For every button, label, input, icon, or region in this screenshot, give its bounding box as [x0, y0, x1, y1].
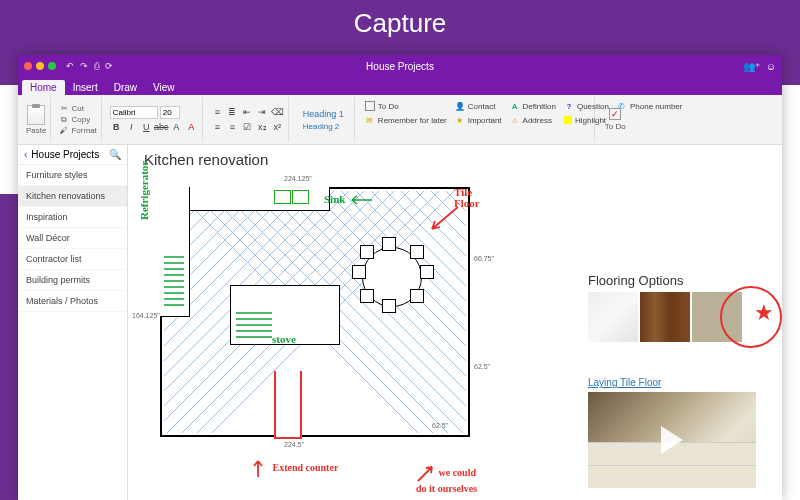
print-icon[interactable]: ⎙ [94, 61, 99, 71]
page-canvas[interactable]: Kitchen renovation 224.125" 164.125" 66.… [128, 145, 782, 500]
annotation-extend: Extend counter [248, 459, 338, 479]
todo-checkbox-icon[interactable]: ✓ [609, 108, 621, 120]
home-icon: ⌂ [510, 115, 520, 125]
redo-icon[interactable]: ↷ [80, 61, 88, 71]
minimize-icon[interactable] [36, 62, 44, 70]
annotation-refrigerator: Refrigerator [138, 161, 150, 220]
checkbox-icon [365, 101, 375, 111]
scissors-icon: ✂ [59, 104, 69, 114]
underline-button[interactable]: U [140, 121, 153, 134]
format-painter-button[interactable]: 🖌Format [59, 126, 96, 136]
highlight-icon [564, 116, 572, 124]
indent-button[interactable]: ⇥ [256, 106, 269, 119]
bold-button[interactable]: B [110, 121, 123, 134]
clear-format-button[interactable]: ⌫ [271, 106, 284, 119]
tag-important[interactable]: ★Important [455, 113, 502, 127]
paste-icon[interactable] [27, 105, 45, 125]
back-icon[interactable]: ‹ [24, 149, 27, 160]
dim-top: 224.125" [284, 175, 312, 182]
tab-view[interactable]: View [145, 80, 183, 95]
play-icon[interactable] [661, 426, 683, 454]
swatch-marble[interactable] [588, 292, 638, 342]
search-icon[interactable]: 🔍 [109, 149, 121, 160]
subscript-button[interactable]: x₂ [256, 121, 269, 134]
page-title[interactable]: Kitchen renovation [144, 151, 268, 168]
flooring-title: Flooring Options [588, 273, 768, 288]
ribbon-tabs: Home Insert Draw View [18, 77, 782, 95]
page-sidebar: ‹ House Projects 🔍 Furniture styles Kitc… [18, 145, 128, 500]
notebook-name[interactable]: House Projects [31, 149, 105, 160]
tag-remember[interactable]: ✉Remember for later [365, 113, 447, 127]
ribbon: Paste ✂Cut ⧉Copy 🖌Format Calibri 20 B I … [18, 95, 782, 145]
window-controls[interactable] [24, 62, 56, 70]
tab-home[interactable]: Home [22, 80, 65, 95]
sync-icon[interactable]: ⟳ [105, 61, 113, 71]
video-section: Laying Tile Floor [588, 377, 768, 488]
close-icon[interactable] [24, 62, 32, 70]
titlebar: ↶ ↷ ⎙ ⟳ House Projects 👥⁺ ☺ [18, 55, 782, 77]
tag-definition[interactable]: ADefinition [510, 99, 556, 113]
page-contractor-list[interactable]: Contractor list [18, 249, 127, 270]
annotation-sink: Sink [324, 193, 374, 206]
tag-todo[interactable]: To Do [365, 99, 447, 113]
page-furniture-styles[interactable]: Furniture styles [18, 165, 127, 186]
question-icon: ? [564, 101, 574, 111]
copy-button[interactable]: ⧉Copy [59, 115, 96, 125]
tab-insert[interactable]: Insert [65, 80, 106, 95]
tags-gallery[interactable]: To Do ✉Remember for later 👤Contact ★Impo… [359, 97, 595, 142]
font-family-select[interactable]: Calibri [110, 106, 158, 119]
style-heading2[interactable]: Heading 2 [299, 121, 348, 132]
smile-icon[interactable]: ☺ [766, 61, 776, 72]
window-title: House Projects [366, 61, 434, 72]
numbering-button[interactable]: ≣ [226, 106, 239, 119]
zoom-icon[interactable] [48, 62, 56, 70]
checklist-button[interactable]: ☑ [241, 121, 254, 134]
dim-right-lower: 62.5" [474, 363, 490, 370]
highlight-button[interactable]: A [170, 121, 183, 134]
dim-left: 164.125" [132, 312, 160, 319]
font-color-button[interactable]: A [185, 121, 198, 134]
strike-button[interactable]: abc [155, 121, 168, 134]
font-size-select[interactable]: 20 [160, 106, 180, 119]
envelope-icon: ✉ [365, 115, 375, 125]
page-wall-decor[interactable]: Wall Décor [18, 228, 127, 249]
bullets-button[interactable]: ≡ [211, 106, 224, 119]
style-heading1[interactable]: Heading 1 [299, 108, 348, 120]
copy-icon: ⧉ [59, 115, 69, 125]
align-left-button[interactable]: ≡ [211, 121, 224, 134]
cut-button[interactable]: ✂Cut [59, 104, 96, 114]
hero-caption: Capture [0, 8, 800, 39]
outdent-button[interactable]: ⇤ [241, 106, 254, 119]
dim-right-upper: 66.75" [474, 255, 494, 262]
app-window: ↶ ↷ ⎙ ⟳ House Projects 👥⁺ ☺ Home Insert … [18, 55, 782, 500]
tag-address[interactable]: ⌂Address [510, 113, 556, 127]
star-annotation: ★ [754, 300, 774, 326]
annotation-stove: stove [272, 333, 296, 345]
video-thumbnail[interactable] [588, 392, 756, 488]
video-link[interactable]: Laying Tile Floor [588, 377, 768, 388]
align-center-button[interactable]: ≡ [226, 121, 239, 134]
annotation-diy: we could do it ourselves [416, 465, 477, 494]
page-building-permits[interactable]: Building permits [18, 270, 127, 291]
star-icon: ★ [455, 115, 465, 125]
brush-icon: 🖌 [59, 126, 69, 136]
flooring-section: Flooring Options ★ [588, 273, 768, 342]
tab-draw[interactable]: Draw [106, 80, 145, 95]
swatch-tile[interactable] [692, 292, 742, 342]
superscript-button[interactable]: x² [271, 121, 284, 134]
definition-icon: A [510, 101, 520, 111]
todo-button[interactable]: To Do [605, 122, 626, 131]
page-materials-photos[interactable]: Materials / Photos [18, 291, 127, 312]
paste-button[interactable]: Paste [26, 126, 46, 135]
undo-icon[interactable]: ↶ [66, 61, 74, 71]
swatch-wood[interactable] [640, 292, 690, 342]
dim-bottom: 224.5" [284, 441, 304, 448]
share-icon[interactable]: 👥⁺ [743, 61, 760, 72]
tag-contact[interactable]: 👤Contact [455, 99, 502, 113]
page-inspiration[interactable]: Inspiration [18, 207, 127, 228]
page-kitchen-renovations[interactable]: Kitchen renovations [18, 186, 127, 207]
person-icon: 👤 [455, 101, 465, 111]
italic-button[interactable]: I [125, 121, 138, 134]
